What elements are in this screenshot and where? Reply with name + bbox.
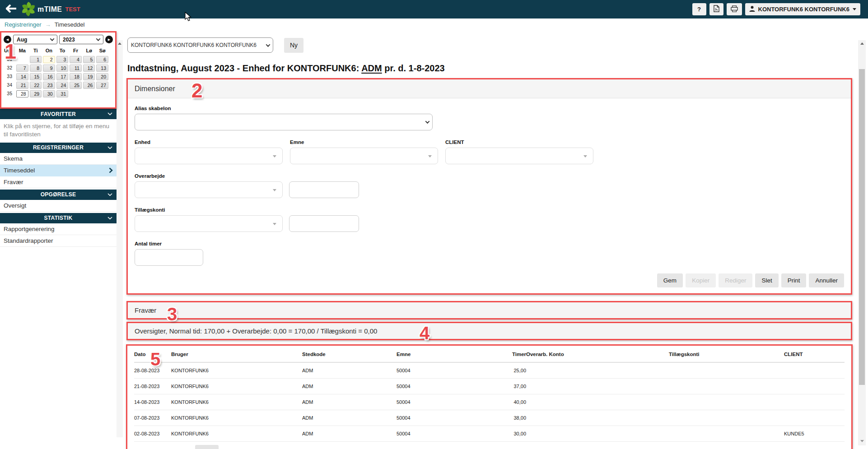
calendar-year-select[interactable]: 2023 <box>59 35 103 44</box>
calendar-day[interactable]: 6 <box>96 56 108 63</box>
col-bruger[interactable]: Bruger <box>171 346 302 362</box>
table-row[interactable]: 02-08-2023 KONTORFUNK6 ADM 50004 30,00 K… <box>134 426 845 442</box>
fravaer-panel[interactable]: 3 Fravær <box>127 302 851 319</box>
dimensioner-header[interactable]: Dimensioner <box>128 79 851 98</box>
calendar-day[interactable]: 20 <box>96 73 108 80</box>
calendar-month-select[interactable]: Aug <box>13 35 57 44</box>
scroll-up-icon[interactable] <box>858 40 866 47</box>
calendar-day[interactable]: 16 <box>43 73 55 80</box>
calendar-day[interactable]: 24 <box>56 82 69 89</box>
tillaegskonti-label: Tillægskonti <box>135 207 844 213</box>
calendar-day[interactable]: 7 <box>16 65 28 72</box>
pdf-export-button[interactable] <box>709 3 723 15</box>
main-scrollbar[interactable] <box>858 40 866 445</box>
calendar-day[interactable]: 29 <box>30 90 42 97</box>
calendar-day[interactable]: 35 <box>4 90 15 97</box>
col-client[interactable]: CLIENT <box>784 346 845 362</box>
calendar-day[interactable]: 14 <box>16 73 28 80</box>
new-button[interactable]: Ny <box>284 38 303 53</box>
overarbejde-select[interactable] <box>135 181 283 198</box>
form-button[interactable]: Gem <box>657 273 683 287</box>
client-select[interactable] <box>445 148 593 164</box>
calendar-day[interactable]: 25 <box>70 82 82 89</box>
alias-skabelon-select[interactable] <box>135 114 433 130</box>
calendar-day[interactable]: 8 <box>30 65 42 72</box>
enhed-select[interactable] <box>135 148 283 164</box>
scroll-down-icon[interactable] <box>858 438 866 444</box>
calendar-day[interactable]: 23 <box>43 82 55 89</box>
sidebar-item-rapportgenerering[interactable]: Rapportgenerering <box>0 223 117 235</box>
sidebar-item-timeseddel[interactable]: Timeseddel <box>0 165 117 176</box>
col-stedkode[interactable]: Stedkode <box>302 346 397 362</box>
calendar-day[interactable]: 2 <box>43 56 55 63</box>
scrollbar-thumb[interactable] <box>859 69 865 385</box>
calendar-day[interactable]: 26 <box>83 82 95 89</box>
col-dato[interactable]: Dato <box>134 346 171 362</box>
calendar-day[interactable]: 10 <box>56 65 69 72</box>
form-button[interactable]: Rediger <box>719 273 752 287</box>
emne-select[interactable] <box>290 148 438 164</box>
calendar-day[interactable]: 11 <box>70 65 82 72</box>
calendar-day[interactable]: 32 <box>4 65 15 72</box>
calendar-day[interactable]: 18 <box>70 73 82 80</box>
calendar-day[interactable]: 17 <box>56 73 69 80</box>
calendar-day[interactable]: 28 <box>16 90 28 97</box>
calendar-day[interactable]: 15 <box>30 73 42 80</box>
calendar-day[interactable]: 33 <box>4 73 15 80</box>
calendar-prev-button[interactable]: ◀ <box>4 36 11 43</box>
calendar-day[interactable]: 31 <box>56 90 69 97</box>
scroll-up-icon[interactable] <box>117 40 123 47</box>
calendar-day[interactable]: 21 <box>16 82 28 89</box>
page-size-select[interactable]: 15 <box>195 445 218 449</box>
table-row[interactable]: 21-08-2023 KONTORFUNK6 ADM 50004 37,00 <box>134 379 845 394</box>
calendar-day[interactable]: 1 <box>30 56 42 63</box>
calendar-day[interactable]: 19 <box>83 73 95 80</box>
form-button[interactable]: Annuller <box>809 273 844 287</box>
sidebar-section-registreringer[interactable]: REGISTRERINGER <box>0 143 117 153</box>
table-row[interactable]: 07-08-2023 KONTORFUNK6 ADM 50004 38,00 <box>134 410 845 426</box>
print-button[interactable] <box>727 3 742 15</box>
col-emne[interactable]: Emne <box>397 346 482 362</box>
sidebar-item-standardrapporter[interactable]: Standardrapporter <box>0 235 117 247</box>
calendar-day[interactable]: 4 <box>70 56 82 63</box>
calendar-day[interactable]: 13 <box>96 65 108 72</box>
calendar-day[interactable]: 22 <box>30 82 42 89</box>
calendar-day[interactable]: 9 <box>43 65 55 72</box>
calendar-day[interactable]: 27 <box>96 82 108 89</box>
tillaegskonti-select[interactable] <box>135 215 283 232</box>
col-tillaegskonti[interactable]: Tillægskonti <box>669 346 784 362</box>
form-button[interactable]: Print <box>781 273 807 287</box>
form-button[interactable]: Kopier <box>686 273 716 287</box>
sidebar-item-skema[interactable]: Skema <box>0 153 117 165</box>
sidebar-section-statistik[interactable]: STATISTIK <box>0 213 117 223</box>
calendar-day[interactable]: 30 <box>43 90 55 97</box>
table-row[interactable]: 28-08-2023 KONTORFUNK6 ADM 50004 25,00 <box>134 362 845 379</box>
back-button[interactable] <box>4 3 18 16</box>
sidebar-scrollbar[interactable] <box>117 40 123 437</box>
sidebar-section-favoritter[interactable]: FAVORITTER <box>0 109 117 119</box>
sidebar-item-fravaer[interactable]: Fravær <box>0 176 117 188</box>
chevron-down-icon <box>853 8 856 10</box>
sidebar-item-oversigt[interactable]: Oversigt <box>0 200 117 212</box>
col-timer[interactable]: Timer <box>482 346 526 362</box>
calendar-next-button[interactable]: ▶ <box>105 36 113 43</box>
calendar-weekday-header: Uge MaTi OnTo FrLø Sø <box>2 48 114 53</box>
tillaegskonti-input[interactable] <box>289 215 359 232</box>
calendar-day[interactable]: 12 <box>83 65 95 72</box>
user-menu-button[interactable]: KONTORFUNK6 KONTORFUNK6 <box>745 3 860 15</box>
antal-timer-input[interactable] <box>135 249 203 266</box>
help-button[interactable]: ? <box>692 3 706 15</box>
table-row[interactable]: 14-08-2023 KONTORFUNK6 ADM 50004 40,00 <box>134 394 845 410</box>
form-button[interactable]: Slet <box>755 273 778 287</box>
calendar-day[interactable]: 34 <box>4 82 15 89</box>
printer-icon <box>731 5 738 14</box>
calendar-day[interactable]: 31 <box>4 56 15 63</box>
col-overarb-konto[interactable]: Overarb. Konto <box>526 346 669 362</box>
employee-select[interactable]: KONTORFUNK6 KONTORFUNK6 KONTORFUNK6 <box>127 37 273 53</box>
sidebar-section-opgoerelse[interactable]: OPGØRELSE <box>0 190 117 200</box>
calendar-day[interactable]: 3 <box>56 56 69 63</box>
overarbejde-input[interactable] <box>289 181 359 198</box>
breadcrumb-link-registreringer[interactable]: Registreringer <box>5 21 42 28</box>
chevron-down-icon <box>107 112 112 116</box>
calendar-day[interactable]: 5 <box>83 56 95 63</box>
